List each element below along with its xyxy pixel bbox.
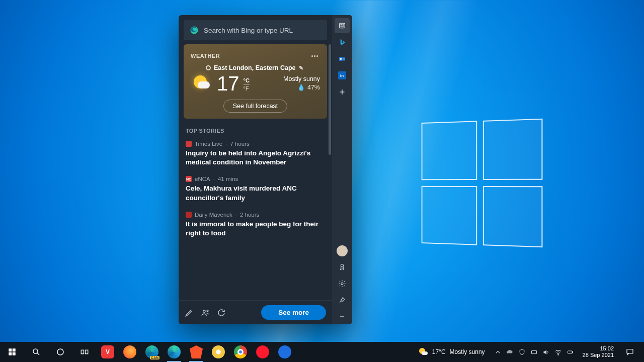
- unit-toggle[interactable]: °C °F: [244, 77, 250, 93]
- refresh-button[interactable]: [217, 308, 226, 317]
- story-headline[interactable]: It is immoral to make people beg for the…: [186, 220, 325, 238]
- story-source-badge: [186, 141, 192, 147]
- cortana-button[interactable]: [48, 342, 72, 362]
- news-tab-icon[interactable]: [335, 18, 350, 33]
- edit-interests-button[interactable]: [185, 308, 194, 317]
- app-opera[interactable]: [252, 342, 274, 362]
- edge-icon: [190, 26, 199, 35]
- svg-rect-18: [9, 352, 12, 355]
- see-more-button[interactable]: See more: [261, 305, 326, 320]
- weather-more-button[interactable]: [309, 50, 320, 61]
- windows-logo: [422, 119, 544, 249]
- story-meta: Daily Maverick · 2 hours: [186, 212, 325, 218]
- profile-avatar[interactable]: [337, 245, 348, 256]
- tray-security-icon[interactable]: [518, 348, 526, 356]
- taskbar-weather-cond: Mostly sunny: [450, 348, 485, 355]
- app-brave[interactable]: [185, 342, 207, 362]
- tray-volume-icon[interactable]: [542, 348, 550, 356]
- add-icon[interactable]: [335, 84, 350, 100]
- svg-point-2: [207, 310, 208, 311]
- svg-rect-5: [343, 24, 344, 25]
- unit-fahrenheit[interactable]: °F: [244, 85, 250, 92]
- svg-point-21: [57, 349, 63, 355]
- story-meta: NCeNCA · 41 mins: [186, 176, 325, 182]
- tray-power-icon[interactable]: [567, 348, 575, 356]
- svg-point-10: [340, 58, 342, 60]
- svg-rect-4: [341, 24, 342, 25]
- app-unknown-blue[interactable]: [274, 342, 296, 362]
- taskbar-weather-temp: 17°C: [432, 348, 446, 355]
- svg-rect-16: [9, 348, 12, 351]
- weather-location-row[interactable]: East London, Eastern Cape ✎: [206, 64, 320, 71]
- flyout-content: WEATHER East London, Eastern Cape ✎ 17 °…: [179, 44, 332, 300]
- rewards-icon[interactable]: [335, 259, 350, 275]
- app-chrome-canary[interactable]: [207, 342, 229, 362]
- tray-overflow-icon[interactable]: [494, 348, 502, 356]
- svg-rect-22: [81, 350, 84, 354]
- tray-wifi-icon[interactable]: [554, 348, 562, 356]
- see-full-forecast-button[interactable]: See full forecast: [223, 100, 288, 113]
- svg-rect-24: [532, 350, 537, 353]
- svg-rect-11: [343, 57, 345, 60]
- scrollbar-thumb[interactable]: [329, 44, 331, 155]
- taskbar-right: 17°C Mostly sunny 15:02 28 Sep 2021: [412, 342, 644, 362]
- weather-condition-block: Mostly sunny 💧 47%: [283, 75, 320, 93]
- news-and-interests-flyout: Search with Bing or type URL WEATHER Eas…: [179, 15, 352, 324]
- svg-rect-28: [627, 349, 633, 353]
- manage-interests-button[interactable]: [201, 308, 210, 317]
- svg-rect-6: [343, 25, 344, 26]
- story-item[interactable]: Daily Maverick · 2 hoursIt is immoral to…: [184, 210, 327, 245]
- weather-card[interactable]: WEATHER East London, Eastern Cape ✎ 17 °…: [184, 44, 327, 119]
- start-button[interactable]: [0, 342, 24, 362]
- task-view-button[interactable]: [72, 342, 97, 362]
- settings-icon[interactable]: [335, 276, 350, 291]
- temperature-value: 17: [217, 73, 239, 94]
- story-item[interactable]: NCeNCA · 41 minsCele, Makhura visit murd…: [184, 174, 327, 209]
- story-headline[interactable]: Cele, Makhura visit murdered ANC council…: [186, 184, 325, 202]
- search-button[interactable]: [24, 342, 48, 362]
- taskbar-clock[interactable]: 15:02 28 Sep 2021: [578, 345, 619, 358]
- flyout-main: Search with Bing or type URL WEATHER Eas…: [179, 15, 332, 324]
- story-age: 7 hours: [230, 141, 249, 147]
- story-source: Daily Maverick: [195, 212, 232, 218]
- unit-celsius[interactable]: °C: [244, 77, 250, 85]
- story-item[interactable]: Times Live · 7 hoursInquiry to be held i…: [184, 139, 327, 174]
- app-vivaldi[interactable]: V: [97, 342, 119, 362]
- app-edge[interactable]: [163, 342, 185, 362]
- action-center-button[interactable]: [619, 347, 641, 356]
- app-chrome[interactable]: [229, 342, 252, 362]
- system-tray: [491, 348, 578, 356]
- story-age: 2 hours: [240, 212, 259, 218]
- clock-time: 15:02: [583, 345, 614, 352]
- svg-rect-19: [13, 352, 16, 355]
- weather-condition-text: Mostly sunny: [283, 75, 320, 84]
- pin-icon[interactable]: [335, 293, 350, 308]
- svg-rect-27: [572, 351, 573, 353]
- svg-rect-26: [568, 351, 573, 353]
- bing-icon[interactable]: [335, 35, 350, 50]
- app-firefox[interactable]: [119, 342, 141, 362]
- svg-rect-23: [86, 350, 88, 354]
- story-meta: Times Live · 7 hours: [186, 141, 325, 147]
- svg-rect-3: [340, 23, 345, 28]
- svg-point-25: [558, 354, 559, 355]
- weather-heading: WEATHER: [191, 53, 220, 59]
- svg-point-14: [341, 264, 343, 267]
- story-source: eNCA: [195, 176, 210, 182]
- tray-input-icon[interactable]: [530, 348, 538, 356]
- story-source-badge: [186, 212, 192, 218]
- svg-point-15: [341, 283, 343, 285]
- edit-location-icon[interactable]: ✎: [299, 65, 303, 71]
- weather-humidity: 💧 47%: [283, 83, 320, 93]
- svg-rect-8: [341, 27, 344, 27]
- story-headline[interactable]: Inquiry to be held into Angelo Agrizzi's…: [186, 149, 325, 167]
- svg-text:in: in: [340, 73, 344, 78]
- app-edge-dev[interactable]: CAN: [141, 342, 163, 362]
- outlook-icon[interactable]: [335, 51, 350, 66]
- svg-rect-17: [13, 348, 16, 351]
- linkedin-icon[interactable]: in: [335, 68, 350, 83]
- search-input[interactable]: Search with Bing or type URL: [184, 20, 327, 40]
- tray-onedrive-icon[interactable]: [506, 348, 514, 356]
- collapse-icon[interactable]: [335, 309, 350, 324]
- taskbar-weather[interactable]: 17°C Mostly sunny: [412, 347, 491, 357]
